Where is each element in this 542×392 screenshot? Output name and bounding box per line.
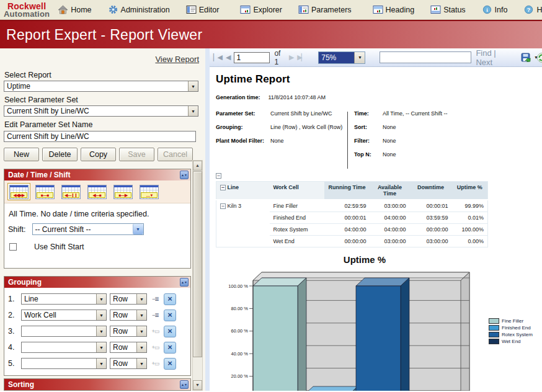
grouping-type-dropdown[interactable]: Row▼	[110, 310, 147, 321]
nav-home[interactable]: Home	[58, 5, 91, 14]
grouping-field-dropdown[interactable]: ▼	[21, 342, 107, 353]
viewer-toolbar: ▏◀ ◀ of 1 ▶ ▶▏ 75% ▼ Find | Next ▼	[210, 48, 542, 67]
find-link[interactable]: Find	[476, 48, 491, 58]
use-shift-start-checkbox[interactable]	[9, 243, 17, 251]
chevron-down-icon[interactable]: ▼	[96, 359, 106, 368]
fixed-range-mode-button[interactable]: ■—■	[33, 183, 56, 200]
time-value: All Time, -- Current Shift --	[383, 110, 448, 124]
chevron-down-icon[interactable]: ▼	[136, 359, 146, 368]
shift-dropdown[interactable]: -- Current Shift -- ▼	[32, 223, 144, 235]
remove-grouping-button[interactable]: ×	[164, 326, 176, 337]
select-parameter-set-value: Current Shift by Line/WC	[4, 107, 188, 115]
first-page-button[interactable]: ▏◀	[213, 53, 221, 61]
collapse-spinner-icon[interactable]: ▲▼	[180, 171, 189, 179]
svg-text:20.00 %: 20.00 %	[231, 373, 248, 379]
summary-divider	[347, 112, 348, 169]
select-parameter-set-dropdown[interactable]: Current Shift by Line/WC ▼	[4, 105, 198, 117]
calendar-since-icon: ■—▶	[113, 185, 133, 199]
nav-editor[interactable]: Editor	[186, 5, 220, 14]
chevron-down-icon[interactable]: ▼	[136, 342, 146, 352]
time-mode-icon-row: ◀◀▶▶ ■—■ ◀—❙❙ ◀—■ ■—▶ … ▾	[4, 180, 190, 203]
refresh-button[interactable]	[536, 52, 542, 66]
grouping-row-number: 1.	[8, 295, 18, 303]
sidebar-scrollbar[interactable]: ▲ ▼	[192, 160, 203, 391]
last-page-button[interactable]: ▶▏	[297, 53, 305, 61]
prev-page-button[interactable]: ◀	[226, 53, 229, 61]
chevron-down-icon[interactable]: ▼	[96, 342, 106, 352]
chevron-down-icon[interactable]: ▼	[136, 294, 146, 304]
date-time-shift-header[interactable]: Date / Time / Shift ▲▼	[4, 169, 190, 180]
collapse-spinner-icon[interactable]: ▲▼	[180, 380, 189, 389]
new-button[interactable]: New	[4, 148, 39, 161]
grouping-field-dropdown[interactable]: ▼	[21, 358, 107, 369]
collapse-spinner-icon[interactable]: ▲▼	[180, 278, 189, 287]
scroll-down-arrow[interactable]: ▼	[193, 380, 202, 390]
nav-administration[interactable]: Administration	[108, 5, 170, 14]
chevron-down-icon[interactable]: ▼	[133, 224, 143, 234]
chevron-down-icon[interactable]: ▼	[188, 81, 198, 91]
available-time-cell: 03:00:00	[370, 200, 410, 212]
outline-collapse-icon[interactable]: −≣	[150, 296, 161, 302]
grouping-type-dropdown[interactable]: Row▼	[110, 358, 147, 369]
next-page-button[interactable]: ▶	[289, 53, 293, 61]
view-report-link[interactable]: View Report	[155, 55, 199, 64]
remove-grouping-button[interactable]: ×	[164, 310, 176, 321]
collapse-line-column-icon[interactable]: −	[220, 185, 226, 190]
chevron-down-icon[interactable]: ▼	[354, 52, 365, 63]
grouping-field-dropdown[interactable]: Line▼	[21, 293, 107, 305]
outline-expand-icon[interactable]: +▭	[150, 360, 161, 367]
uptime-cell: 0.01%	[452, 212, 488, 224]
collapse-line-row-icon[interactable]: −	[220, 203, 226, 209]
nav-parameters[interactable]: Parameters	[298, 5, 352, 14]
chevron-down-icon[interactable]: ▼	[96, 294, 106, 304]
grouping-type-dropdown[interactable]: Row▼	[110, 342, 147, 353]
chevron-down-icon[interactable]: ▼	[136, 310, 146, 320]
calendar-named-icon: … ▾	[140, 185, 159, 199]
chevron-down-icon[interactable]: ▼	[96, 310, 106, 320]
column-header-downtime: Downtime	[410, 182, 452, 200]
remove-grouping-button[interactable]: ×	[164, 358, 176, 370]
outline-expand-icon[interactable]: +▭	[150, 344, 161, 350]
outline-expand-icon[interactable]: +▭	[150, 328, 161, 334]
collapse-table-icon[interactable]: −	[216, 173, 221, 179]
remove-grouping-button[interactable]: ×	[164, 293, 176, 305]
nav-heading[interactable]: Heading	[373, 5, 415, 14]
scrollbar-thumb[interactable]	[193, 171, 202, 357]
chevron-down-icon[interactable]: ▼	[188, 106, 198, 116]
select-report-dropdown[interactable]: Uptime ▼	[4, 81, 198, 92]
copy-button[interactable]: Copy	[81, 148, 116, 161]
all-time-mode-button[interactable]: ◀◀▶▶	[7, 183, 30, 200]
edit-parameter-set-name-input[interactable]	[4, 131, 196, 142]
chevron-down-icon[interactable]: ▼	[96, 326, 106, 336]
outline-collapse-icon[interactable]: −≣	[150, 312, 161, 318]
delete-button[interactable]: Delete	[42, 148, 78, 161]
downtime-cell: 00:00:01	[410, 200, 452, 212]
grouping-field-dropdown[interactable]: ▼	[21, 326, 107, 337]
column-header-work-cell: Work Cell	[270, 182, 324, 200]
nav-status[interactable]: Status	[430, 5, 465, 14]
chevron-down-icon[interactable]: ▼	[136, 326, 146, 336]
nav-info[interactable]: i Info	[482, 5, 508, 14]
svg-text:80.00 %: 80.00 %	[231, 306, 248, 311]
export-button[interactable]: ▼	[521, 53, 538, 63]
last-period-mode-button[interactable]: ◀—■	[86, 183, 109, 200]
page-number-input[interactable]	[234, 52, 270, 63]
grouping-type-dropdown[interactable]: Row▼	[110, 326, 147, 337]
grouping-type-dropdown[interactable]: Row▼	[110, 293, 147, 305]
before-now-mode-button[interactable]: ◀—❙❙	[60, 183, 82, 200]
section-title: Grouping	[8, 278, 42, 287]
nav-help[interactable]: ? Help	[523, 5, 542, 14]
scroll-up-arrow[interactable]: ▲	[193, 161, 202, 171]
named-period-mode-button[interactable]: … ▾	[138, 183, 161, 200]
search-input[interactable]	[380, 51, 471, 63]
nav-explorer[interactable]: Explorer	[240, 5, 282, 14]
sorting-header[interactable]: Sorting ▲▼	[4, 379, 190, 390]
zoom-select[interactable]: 75% ▼	[318, 51, 365, 64]
since-mode-button[interactable]: ■—▶	[112, 183, 135, 200]
grouping-header[interactable]: Grouping ▲▼	[4, 277, 190, 288]
grouping-field-dropdown[interactable]: Work Cell▼	[21, 310, 107, 321]
next-link[interactable]: Next	[476, 58, 492, 67]
grouping-type-value: Row	[110, 327, 136, 336]
refresh-icon	[536, 52, 542, 63]
remove-grouping-button[interactable]: ×	[164, 342, 176, 354]
